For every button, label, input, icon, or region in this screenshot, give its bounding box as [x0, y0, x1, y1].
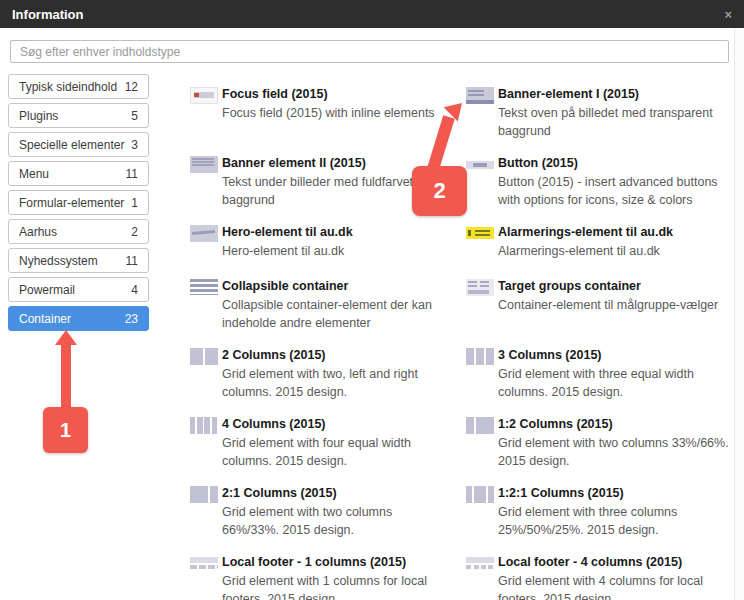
arrow-1-shaft	[61, 341, 71, 409]
close-icon[interactable]: ×	[724, 8, 732, 21]
content-item-description: Grid element with three columns 25%/50%/…	[498, 503, 734, 539]
content-item-title: Focus field (2015)	[222, 85, 450, 103]
banner-2-icon	[190, 156, 218, 173]
sidebar-item-nyhedssystem[interactable]: Nyhedssystem11	[8, 248, 149, 273]
sidebar-item-count: 12	[125, 80, 138, 94]
sidebar-item-powermail[interactable]: Powermail4	[8, 277, 149, 302]
annotation-step-1-badge: 1	[43, 407, 88, 453]
dialog-title: Information	[12, 7, 84, 22]
sidebar-item-count: 2	[131, 225, 138, 239]
local-footer-1-icon	[190, 555, 218, 572]
sidebar-item-label: Specielle elementer	[19, 138, 124, 152]
content-item-local-footer-4-columns-2015[interactable]: Local footer - 4 columns (2015)Grid elem…	[466, 553, 734, 600]
sidebar-item-container[interactable]: Container23	[8, 306, 149, 331]
content-item-target-groups-container[interactable]: Target groups containerContainer-element…	[466, 277, 734, 317]
content-item-focus-field-2015[interactable]: Focus field (2015)Focus field (2015) wit…	[190, 85, 450, 125]
banner-1-icon	[466, 87, 494, 104]
sidebar-item-label: Powermail	[19, 283, 75, 297]
content-item-description: Grid element with four equal width colum…	[222, 434, 450, 470]
content-item-title: Alarmerings-element til au.dk	[498, 223, 734, 241]
content-item-title: Banner-element I (2015)	[498, 85, 734, 103]
content-item-1-2-1-columns-2015[interactable]: 1:2:1 Columns (2015)Grid element with th…	[466, 484, 734, 539]
sidebar-item-formular-elementer[interactable]: Formular-elementer1	[8, 190, 149, 215]
sidebar-item-label: Plugins	[19, 109, 58, 123]
sidebar-item-label: Nyhedssystem	[19, 254, 98, 268]
content-item-button-2015[interactable]: Button (2015)Button (2015) - insert adva…	[466, 154, 734, 209]
col-1-2-icon	[466, 417, 494, 434]
content-item-title: Collapsible container	[222, 277, 450, 295]
sidebar-item-count: 1	[131, 196, 138, 210]
content-item-description: Grid element with two columns 66%/33%. 2…	[222, 503, 450, 539]
content-item-title: Local footer - 4 columns (2015)	[498, 553, 734, 571]
content-item-description: Grid element with two columns 33%/66%. 2…	[498, 434, 734, 470]
content-item-description: Container-element til målgruppe-vælger	[498, 296, 734, 314]
content-element-list: Focus field (2015)Focus field (2015) wit…	[190, 85, 734, 600]
content-item-1-2-columns-2015[interactable]: 1:2 Columns (2015)Grid element with two …	[466, 415, 734, 470]
sidebar-item-label: Aarhus	[19, 225, 57, 239]
dialog-header: Information ×	[0, 0, 744, 28]
content-item-3-columns-2015[interactable]: 3 Columns (2015)Grid element with three …	[466, 346, 734, 401]
content-item-description: Tekst oven på billedet med transparent b…	[498, 104, 734, 140]
button-icon	[466, 161, 494, 169]
content-item-title: Hero-element til au.dk	[222, 223, 450, 241]
content-item-banner-element-i-2015[interactable]: Banner-element I (2015)Tekst oven på bil…	[466, 85, 734, 140]
content-item-description: Grid element with 4 columns for local fo…	[498, 572, 734, 600]
alarm-icon	[466, 227, 494, 239]
content-item-title: 3 Columns (2015)	[498, 346, 734, 364]
col-1-2-1-icon	[466, 486, 494, 503]
content-item-title: Button (2015)	[498, 154, 734, 172]
sidebar-item-label: Formular-elementer	[19, 196, 124, 210]
content-item-local-footer-1-columns-2015[interactable]: Local footer - 1 columns (2015)Grid elem…	[190, 553, 450, 600]
content-item-2-1-columns-2015[interactable]: 2:1 Columns (2015)Grid element with two …	[190, 484, 450, 539]
content-item-description: Hero-element til au.dk	[222, 242, 450, 260]
col-2-icon	[190, 348, 218, 365]
content-item-title: Local footer - 1 columns (2015)	[222, 553, 450, 571]
content-item-title: 2:1 Columns (2015)	[222, 484, 450, 502]
sidebar-item-typisk-sideindhold[interactable]: Typisk sideindhold12	[8, 74, 149, 99]
sidebar-item-menu[interactable]: Menu11	[8, 161, 149, 186]
sidebar-item-specielle-elementer[interactable]: Specielle elementer3	[8, 132, 149, 157]
content-item-title: 4 Columns (2015)	[222, 415, 450, 433]
sidebar-item-label: Menu	[19, 167, 49, 181]
sidebar-item-aarhus[interactable]: Aarhus2	[8, 219, 149, 244]
scrollbar-track[interactable]	[734, 28, 744, 600]
sidebar-item-count: 23	[125, 312, 138, 326]
sidebar: Typisk sideindhold12Plugins5Specielle el…	[8, 74, 149, 335]
content-item-4-columns-2015[interactable]: 4 Columns (2015)Grid element with four e…	[190, 415, 450, 470]
focus-field-icon	[190, 87, 218, 104]
content-item-title: 1:2 Columns (2015)	[498, 415, 734, 433]
sidebar-item-count: 4	[131, 283, 138, 297]
content-item-title: Target groups container	[498, 277, 734, 295]
content-item-description: Grid element with three equal width colu…	[498, 365, 734, 401]
sidebar-item-count: 3	[131, 138, 138, 152]
target-groups-icon	[466, 279, 494, 296]
content-item-description: Tekst under billeder med fuldfarvet bagg…	[222, 173, 450, 209]
content-item-banner-element-ii-2015[interactable]: Banner element II (2015)Tekst under bill…	[190, 154, 450, 209]
content-item-alarmerings-element-til-au-dk[interactable]: Alarmerings-element til au.dkAlarmerings…	[466, 223, 734, 263]
sidebar-item-label: Typisk sideindhold	[19, 80, 117, 94]
col-2-1-icon	[190, 486, 218, 503]
sidebar-item-count: 11	[126, 254, 138, 268]
content-item-title: Banner element II (2015)	[222, 154, 450, 172]
sidebar-item-plugins[interactable]: Plugins5	[8, 103, 149, 128]
content-item-description: Focus field (2015) with inline elements	[222, 104, 450, 122]
sidebar-item-label: Container	[19, 312, 71, 326]
content-item-title: 2 Columns (2015)	[222, 346, 450, 364]
content-item-2-columns-2015[interactable]: 2 Columns (2015)Grid element with two, l…	[190, 346, 450, 401]
col-4-icon	[190, 417, 217, 434]
content-item-description: Alarmerings-element til au.dk	[498, 242, 734, 260]
col-3-icon	[466, 348, 494, 365]
local-footer-4-icon	[466, 555, 494, 572]
content-item-description: Button (2015) - insert advanced buttons …	[498, 173, 734, 209]
content-item-collapsible-container[interactable]: Collapsible containerCollapsible contain…	[190, 277, 450, 332]
content-item-description: Collapsible container-element der kan in…	[222, 296, 450, 332]
sidebar-item-count: 11	[126, 167, 138, 181]
hero-icon	[190, 225, 218, 242]
content-item-hero-element-til-au-dk[interactable]: Hero-element til au.dkHero-element til a…	[190, 223, 450, 263]
sidebar-item-count: 5	[131, 109, 138, 123]
content-item-description: Grid element with 1 columns for local fo…	[222, 572, 450, 600]
search-input[interactable]	[10, 40, 729, 63]
collapsible-icon	[190, 279, 218, 295]
content-item-description: Grid element with two, left and right co…	[222, 365, 450, 401]
content-item-title: 1:2:1 Columns (2015)	[498, 484, 734, 502]
